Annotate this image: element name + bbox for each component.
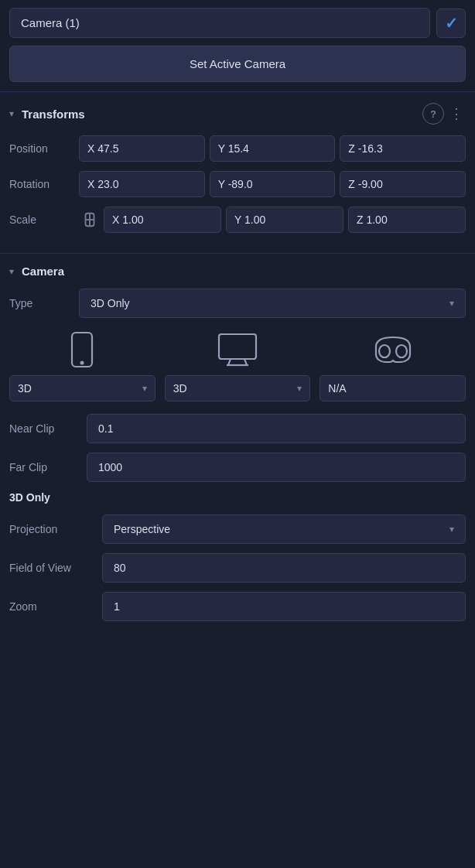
transforms-section: ▾ Transforms ? ⋮ Position X 47.5 Y 15.4 … xyxy=(0,92,475,253)
camera-section: ▾ Camera Type 3D Only ▾ 3D ▾ xyxy=(0,254,475,641)
svg-line-7 xyxy=(244,359,247,365)
phone-device-col: 3D ▾ xyxy=(9,330,155,402)
near-clip-row: Near Clip 0.1 xyxy=(9,414,466,443)
near-clip-label: Near Clip xyxy=(9,422,87,435)
vr-dropdown-value: N/A xyxy=(328,382,346,395)
scale-z-field[interactable]: Z 1.00 xyxy=(348,207,466,233)
monitor-dropdown-value: 3D xyxy=(173,382,187,395)
top-bar: ✓ xyxy=(0,0,475,46)
position-y-field[interactable]: Y 15.4 xyxy=(210,135,336,162)
zoom-label: Zoom xyxy=(9,600,102,613)
monitor-icon xyxy=(214,330,261,369)
device-row: 3D ▾ 3D ▾ xyxy=(9,330,466,402)
fov-row: Field of View 80 xyxy=(9,553,466,583)
svg-line-6 xyxy=(228,359,231,365)
svg-point-10 xyxy=(396,345,407,357)
rotation-label: Rotation xyxy=(9,178,79,190)
vr-dropdown[interactable]: N/A xyxy=(320,375,466,402)
type-value: 3D Only xyxy=(91,297,130,309)
help-icon: ? xyxy=(430,108,436,120)
projection-label: Projection xyxy=(9,523,102,535)
transforms-more-button[interactable]: ⋮ xyxy=(447,104,466,123)
more-dots-icon: ⋮ xyxy=(449,105,464,122)
far-clip-label: Far Clip xyxy=(9,461,87,473)
projection-value: Perspective xyxy=(114,523,170,535)
monitor-device-col: 3D ▾ xyxy=(165,330,311,402)
position-x-field[interactable]: X 47.5 xyxy=(79,135,205,162)
fov-input[interactable]: 80 xyxy=(102,553,466,583)
rotation-x-field[interactable]: X 23.0 xyxy=(79,171,205,197)
transforms-header: ▾ Transforms ? ⋮ xyxy=(9,103,466,125)
position-z-field[interactable]: Z -16.3 xyxy=(340,135,466,162)
rotation-xyz-group: X 23.0 Y -89.0 Z -9.00 xyxy=(79,171,466,197)
type-label: Type xyxy=(9,297,79,309)
type-chevron-down-icon: ▾ xyxy=(449,298,454,309)
scale-row: Scale X 1.00 Y 1.00 Z 1.00 xyxy=(9,207,466,233)
scale-link-icon[interactable] xyxy=(79,209,101,231)
rotation-row: Rotation X 23.0 Y -89.0 Z -9.00 xyxy=(9,171,466,197)
vr-device-col: N/A xyxy=(320,330,466,402)
scale-label: Scale xyxy=(9,214,79,226)
monitor-chevron-down-icon: ▾ xyxy=(297,383,302,394)
fov-label: Field of View xyxy=(9,562,102,574)
scale-y-field[interactable]: Y 1.00 xyxy=(226,207,343,233)
type-dropdown[interactable]: 3D Only ▾ xyxy=(79,289,466,318)
phone-icon xyxy=(59,330,105,369)
svg-rect-5 xyxy=(219,334,256,359)
phone-dropdown-value: 3D xyxy=(18,382,32,395)
camera-title: Camera xyxy=(22,265,466,278)
transforms-help-button[interactable]: ? xyxy=(422,103,444,125)
svg-point-9 xyxy=(379,345,390,357)
projection-row: Projection Perspective ▾ xyxy=(9,514,466,544)
position-label: Position xyxy=(9,142,79,155)
position-xyz-group: X 47.5 Y 15.4 Z -16.3 xyxy=(79,135,466,162)
position-row: Position X 47.5 Y 15.4 Z -16.3 xyxy=(9,135,466,162)
scale-x-field[interactable]: X 1.00 xyxy=(104,207,221,233)
far-clip-input[interactable]: 1000 xyxy=(87,453,466,482)
set-active-camera-button[interactable]: Set Active Camera xyxy=(9,46,466,82)
type-row: Type 3D Only ▾ xyxy=(9,289,466,318)
far-clip-row: Far Clip 1000 xyxy=(9,453,466,482)
3d-only-subtitle: 3D Only xyxy=(9,491,466,504)
zoom-input[interactable]: 1 xyxy=(102,592,466,621)
projection-dropdown[interactable]: Perspective ▾ xyxy=(102,514,466,544)
transforms-chevron-icon[interactable]: ▾ xyxy=(9,108,14,119)
camera-chevron-icon[interactable]: ▾ xyxy=(9,266,14,277)
phone-chevron-down-icon: ▾ xyxy=(142,383,147,394)
projection-chevron-down-icon: ▾ xyxy=(449,524,454,535)
scale-xyz-group: X 1.00 Y 1.00 Z 1.00 xyxy=(104,207,466,233)
camera-name-input[interactable] xyxy=(9,8,430,38)
transforms-title: Transforms xyxy=(22,108,416,121)
rotation-z-field[interactable]: Z -9.00 xyxy=(340,171,466,197)
camera-header: ▾ Camera xyxy=(9,265,466,278)
active-checkbox[interactable]: ✓ xyxy=(436,9,466,38)
svg-point-4 xyxy=(80,361,84,365)
phone-dropdown[interactable]: 3D ▾ xyxy=(9,375,155,402)
near-clip-input[interactable]: 0.1 xyxy=(87,414,466,443)
vr-icon xyxy=(370,330,416,369)
monitor-dropdown[interactable]: 3D ▾ xyxy=(165,375,311,402)
checkmark-icon: ✓ xyxy=(445,14,458,32)
zoom-row: Zoom 1 xyxy=(9,592,466,621)
rotation-y-field[interactable]: Y -89.0 xyxy=(210,171,336,197)
